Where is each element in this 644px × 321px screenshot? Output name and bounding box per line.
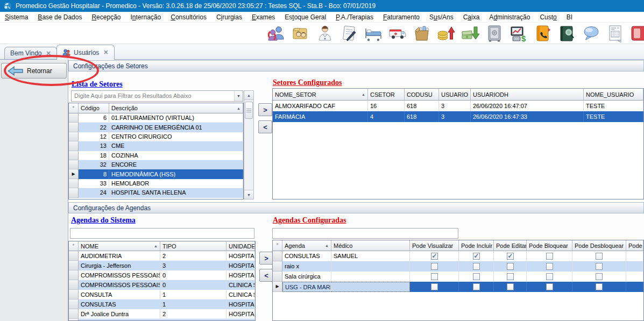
checkbox-pode-editar[interactable]: [507, 263, 514, 270]
row-indicator[interactable]: [69, 290, 79, 299]
checkbox-pode-desbloquear[interactable]: [596, 273, 603, 280]
table-row[interactable]: FARMÁCIA4618326/06/2020 16:47:33TESTE: [273, 111, 643, 122]
checkbox-pode-visualizar[interactable]: [431, 273, 438, 280]
invoice-icon[interactable]: [606, 24, 625, 42]
column-header-pode[interactable]: Pode: [626, 240, 643, 251]
cell-codigo[interactable]: 8: [79, 169, 109, 179]
cell-unidade[interactable]: CLINICA S: [227, 290, 255, 299]
table-row[interactable]: CONSULTAS1HOSPITAL: [69, 299, 255, 309]
menu-item-p-a-terapias[interactable]: P.A./Terapias: [331, 13, 378, 21]
cell-codigo[interactable]: 18: [79, 151, 109, 160]
table-row[interactable]: 24HOSPITAL SANTA HELENA: [69, 188, 243, 197]
menu-item-internacao[interactable]: Internação: [125, 13, 166, 21]
cell-tipo[interactable]: 2: [160, 251, 227, 261]
cell-pode-visualizar[interactable]: [410, 272, 459, 282]
cell-nome[interactable]: COMPROMISSOS PESSOAIS: [79, 270, 160, 280]
audit-book-icon[interactable]: [558, 24, 576, 42]
scrollbar-thumb[interactable]: [245, 102, 253, 119]
checkbox-pode-visualizar[interactable]: [431, 263, 438, 270]
cell-descricao[interactable]: CENTRO CIRURGICO: [109, 132, 243, 141]
cell-pode-incluir[interactable]: [459, 251, 494, 261]
cell-unidade[interactable]: HOSPITAL: [227, 309, 255, 319]
menu-item-sistema[interactable]: Sistema: [0, 13, 33, 21]
column-header-medico[interactable]: Médico: [331, 240, 410, 251]
table-row[interactable]: CONSULTASSAMUEL: [273, 251, 643, 261]
table-row[interactable]: [69, 319, 255, 321]
cell-descricao[interactable]: 01.FATURAMENTO (VIRTUAL): [109, 113, 243, 123]
menu-item-estoque-geral[interactable]: Estoque Geral: [280, 13, 331, 21]
row-indicator[interactable]: [69, 113, 79, 123]
checkbox-pode-visualizar[interactable]: [431, 283, 438, 290]
cell-pode-bloquear[interactable]: [527, 261, 572, 272]
cell-usuariodh[interactable]: 26/06/2020 16:47:33: [471, 111, 584, 122]
cell-tipo[interactable]: 1: [160, 290, 227, 299]
agendas-configuradas-link[interactable]: Agendas Configuradas: [273, 216, 346, 225]
chat-icon[interactable]: [582, 24, 600, 42]
cell-descricao[interactable]: CARRINHO DE EMERGÊNCIA 01: [109, 123, 243, 132]
table-row[interactable]: raio x: [273, 261, 643, 272]
cell-pode-desbloquear[interactable]: [572, 282, 626, 292]
table-row[interactable]: 601.FATURAMENTO (VIRTUAL): [69, 113, 243, 123]
checkbox-pode-desbloquear[interactable]: [596, 283, 603, 290]
row-indicator-header[interactable]: *: [69, 241, 79, 251]
cell-agenda[interactable]: raio x: [282, 261, 331, 272]
cell-nome[interactable]: [79, 319, 160, 321]
cell-descricao[interactable]: ENCORE: [109, 160, 243, 169]
cell-unidade[interactable]: [227, 319, 255, 321]
safe-icon[interactable]: [485, 24, 504, 42]
row-indicator[interactable]: [69, 141, 79, 151]
table-row[interactable]: Sala cirúrgica: [273, 272, 643, 282]
cell-codigo[interactable]: 12: [79, 132, 109, 141]
menu-item-base-de-dados[interactable]: Base de Dados: [33, 13, 87, 21]
cell-descricao[interactable]: HEMOLABOR: [109, 179, 243, 188]
remove-setor-button[interactable]: <: [258, 120, 272, 133]
checkbox-pode-incluir[interactable]: [473, 253, 480, 260]
patient-records-icon[interactable]: [292, 24, 310, 42]
cell-pode-desbloquear[interactable]: [572, 261, 626, 272]
menu-item-cirurgias[interactable]: Cirurgias: [211, 13, 247, 21]
cell-nome-setor[interactable]: FARMÁCIA: [273, 111, 368, 122]
tab-close-icon[interactable]: ✕: [103, 49, 108, 56]
combo-dropdown-icon[interactable]: ▼: [234, 91, 243, 101]
revenue-up-icon[interactable]: [437, 24, 455, 42]
doctor-icon[interactable]: [316, 24, 334, 42]
cell-usuario[interactable]: 3: [439, 111, 471, 122]
cell-nome-usuario[interactable]: TESTE: [584, 101, 643, 111]
cell-nome[interactable]: Cirurgia - Jefferson: [79, 261, 160, 270]
cell-tipo[interactable]: 2: [160, 309, 227, 319]
table-row[interactable]: ALMOXARIFADO CAF16618326/06/2020 16:47:0…: [273, 101, 643, 111]
lista-de-setores-link[interactable]: Lista de Setores: [72, 80, 123, 89]
sync-users-icon[interactable]: [267, 24, 286, 42]
cell-nome[interactable]: COMPROMISSOS PESSOAIS: [79, 280, 160, 290]
row-indicator[interactable]: [69, 261, 79, 270]
checkbox-pode-bloquear[interactable]: [546, 263, 553, 270]
menu-item-recepcao[interactable]: Recepção: [87, 13, 125, 21]
row-indicator[interactable]: ▶: [69, 169, 79, 179]
row-indicator[interactable]: [69, 309, 79, 319]
column-header-pode-bloquear[interactable]: Pode Bloquear: [527, 240, 572, 251]
cell-unidade[interactable]: CLINICA S: [227, 280, 255, 290]
table-row[interactable]: 32ENCORE: [69, 160, 243, 169]
cell-codigo[interactable]: 6: [79, 113, 109, 123]
scroll-up-icon[interactable]: ▲: [244, 91, 253, 100]
setores-scrollbar[interactable]: ▲ ▼: [244, 90, 254, 199]
cell-medico[interactable]: [331, 272, 410, 282]
menu-item-custo[interactable]: Custo: [535, 13, 561, 21]
cell-tipo[interactable]: 0: [160, 280, 227, 290]
cell-pode-visualizar[interactable]: [410, 282, 459, 292]
cell-pode-incluir[interactable]: [459, 261, 494, 272]
table-row[interactable]: AUDIOMETRIA2HOSPITAL: [69, 251, 255, 261]
prescription-icon[interactable]: [340, 24, 358, 42]
row-indicator[interactable]: [69, 123, 79, 132]
table-row[interactable]: COMPROMISSOS PESSOAIS0HOSPITAL: [69, 270, 255, 280]
row-indicator[interactable]: [69, 151, 79, 160]
checkbox-pode-editar[interactable]: [507, 283, 514, 290]
cell-unidade[interactable]: HOSPITAL: [227, 299, 255, 309]
cell-pode-incluir[interactable]: [459, 272, 494, 282]
menu-item-exames[interactable]: Exames: [247, 13, 280, 21]
cell-codigo[interactable]: 24: [79, 188, 109, 197]
row-indicator[interactable]: [69, 280, 79, 290]
table-row[interactable]: 13CME: [69, 141, 243, 151]
menu-item-caixa[interactable]: Caixa: [458, 13, 485, 21]
return-button[interactable]: Retornar: [1, 63, 67, 79]
